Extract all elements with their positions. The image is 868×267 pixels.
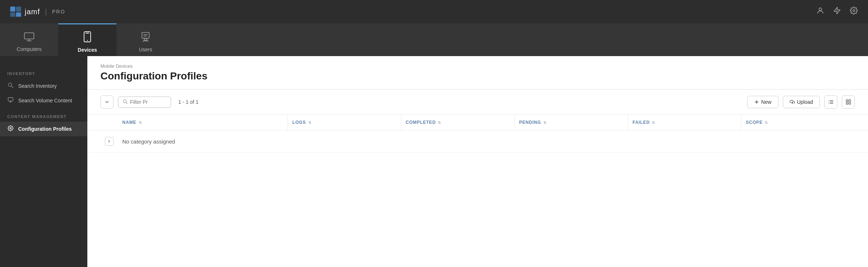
svg-point-16 [144, 38, 147, 41]
top-header: jamf | PRO [0, 0, 868, 23]
filter-search-icon [123, 99, 128, 105]
filter-input-wrap[interactable] [118, 97, 171, 108]
svg-rect-2 [10, 12, 15, 17]
row-expand-button[interactable] [105, 137, 114, 146]
svg-line-24 [126, 102, 127, 104]
logo-pro: PRO [52, 9, 65, 15]
col-header-failed[interactable]: FAILED ⇅ [628, 115, 742, 130]
search-inventory-icon [7, 82, 14, 90]
svg-rect-1 [16, 7, 21, 12]
new-label: New [761, 99, 772, 105]
logs-sort-icon: ⇅ [308, 121, 312, 125]
search-inventory-label: Search Inventory [18, 83, 57, 89]
search-volume-icon [7, 97, 14, 104]
content-header: Mobile Devices Configuration Profiles [87, 56, 868, 90]
upload-label: Upload [797, 99, 813, 105]
record-count: 1 - 1 of 1 [178, 99, 198, 105]
svg-point-11 [87, 40, 88, 41]
sidebar: INVENTORY Search Inventory Search Volume… [0, 56, 87, 267]
logo-area: jamf | PRO [10, 7, 65, 17]
no-category-text: No category assigned [122, 138, 175, 145]
svg-rect-19 [8, 98, 13, 101]
svg-point-6 [853, 9, 855, 12]
config-profiles-icon [7, 125, 14, 133]
svg-marker-5 [834, 7, 840, 14]
devices-icon [83, 31, 91, 44]
svg-point-22 [10, 127, 11, 129]
toolbar: 1 - 1 of 1 New Upload [87, 90, 868, 115]
sidebar-section-inventory: INVENTORY [0, 65, 87, 79]
row-completed-cell [401, 135, 515, 148]
search-volume-label: Search Volume Content [18, 98, 72, 103]
logo-name: jamf [25, 8, 40, 16]
jamf-logo-icon [10, 7, 22, 17]
svg-rect-35 [849, 100, 851, 102]
svg-point-4 [819, 8, 821, 11]
computers-icon [24, 32, 35, 43]
pending-sort-icon: ⇅ [543, 121, 547, 125]
sidebar-item-configuration-profiles[interactable]: Configuration Profiles [0, 122, 87, 136]
nav-tab-computers[interactable]: Computers [0, 23, 58, 56]
grid-view-button[interactable] [842, 95, 855, 109]
computers-label: Computers [17, 46, 41, 52]
page-title: Configuration Profiles [100, 70, 855, 82]
svg-rect-13 [142, 32, 149, 38]
lightning-icon[interactable] [833, 7, 841, 17]
breadcrumb: Mobile Devices [100, 63, 855, 69]
col-header-name[interactable]: NAME ⇅ [118, 115, 288, 130]
logo-divider: | [45, 8, 47, 16]
col-header-expand [100, 115, 118, 130]
sidebar-item-search-inventory[interactable]: Search Inventory [0, 79, 87, 93]
sidebar-section-content-management: CONTENT MANAGEMENT [0, 108, 87, 122]
nav-tab-users[interactable]: Users [116, 23, 175, 56]
config-profiles-label: Configuration Profiles [18, 126, 72, 132]
svg-rect-37 [849, 102, 851, 104]
gear-icon[interactable] [850, 7, 858, 17]
scope-sort-icon: ⇅ [765, 121, 768, 125]
content-area: Mobile Devices Configuration Profiles 1 … [87, 56, 868, 267]
nav-tabs: Computers Devices Users [0, 23, 868, 56]
user-icon[interactable] [816, 7, 824, 17]
svg-rect-7 [24, 33, 34, 39]
users-label: Users [139, 47, 152, 52]
row-name-cell: No category assigned [118, 132, 288, 151]
svg-rect-36 [846, 102, 848, 104]
upload-button[interactable]: Upload [783, 96, 820, 108]
failed-sort-icon: ⇅ [652, 121, 655, 125]
filter-input[interactable] [130, 99, 166, 105]
row-pending-cell [515, 135, 628, 148]
table-row: No category assigned [87, 130, 868, 153]
table-container: NAME ⇅ LOGS ⇅ COMPLETED ⇅ PENDING ⇅ FAIL… [87, 115, 868, 267]
row-expand-cell[interactable] [100, 130, 118, 152]
svg-rect-34 [846, 100, 848, 102]
sidebar-item-search-volume[interactable]: Search Volume Content [0, 93, 87, 108]
col-header-pending[interactable]: PENDING ⇅ [515, 115, 628, 130]
header-icons [816, 7, 858, 17]
main-container: INVENTORY Search Inventory Search Volume… [0, 56, 868, 267]
devices-label: Devices [78, 47, 97, 53]
row-logs-cell [288, 135, 401, 148]
col-header-logs[interactable]: LOGS ⇅ [288, 115, 401, 130]
svg-line-18 [11, 86, 13, 87]
list-view-button[interactable] [824, 95, 837, 109]
nav-tab-devices[interactable]: Devices [58, 23, 116, 56]
row-failed-cell [628, 135, 742, 148]
completed-sort-icon: ⇅ [438, 121, 441, 125]
collapse-button[interactable] [100, 95, 114, 109]
col-header-completed[interactable]: COMPLETED ⇅ [401, 115, 515, 130]
col-header-scope[interactable]: SCOPE ⇅ [741, 115, 855, 130]
svg-rect-3 [16, 12, 21, 17]
name-sort-icon: ⇅ [139, 121, 142, 125]
users-icon [140, 32, 151, 44]
table-header: NAME ⇅ LOGS ⇅ COMPLETED ⇅ PENDING ⇅ FAIL… [87, 115, 868, 130]
row-scope-cell [741, 135, 855, 148]
new-button[interactable]: New [747, 96, 778, 108]
svg-rect-0 [10, 7, 15, 12]
